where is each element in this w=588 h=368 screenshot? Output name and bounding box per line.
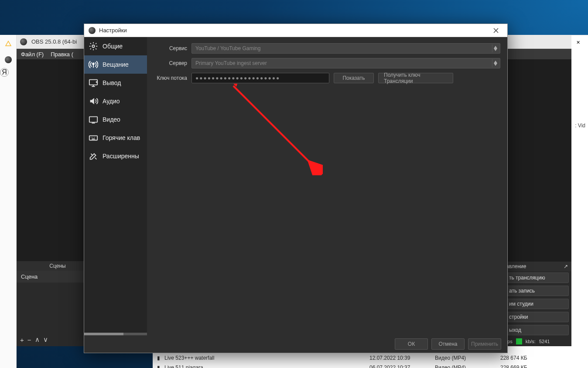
get-stream-key-button[interactable]: Получить ключ Трансляции	[378, 73, 453, 83]
sidebar-item-label: Вещание	[103, 61, 129, 68]
settings-dialog: Настройки Общие Вещание	[84, 24, 508, 353]
server-select[interactable]: Primary YouTube ingest server	[191, 58, 500, 68]
file-icon: ▮	[157, 355, 160, 361]
service-label: Сервис	[154, 45, 187, 51]
sidebar-item-video[interactable]: Видео	[84, 110, 147, 129]
sidebar-item-output[interactable]: Вывод	[84, 74, 147, 92]
video-icon	[89, 115, 98, 124]
menu-edit[interactable]: Правка (	[51, 51, 73, 58]
cancel-button[interactable]: Отмена	[431, 338, 465, 350]
ok-button[interactable]: ОК	[395, 338, 428, 350]
apply-button[interactable]: Применить	[468, 338, 501, 350]
sidebar-item-hotkeys[interactable]: Горячие клав	[84, 129, 147, 147]
controls-panel: авление ↗ ть трансляцию ать запись им ст…	[503, 262, 571, 346]
sidebar-item-label: Аудио	[103, 98, 120, 105]
sidebar-item-label: Общие	[103, 43, 123, 50]
status-bar: fps kb/s: 5241	[503, 337, 571, 346]
kbs-label: kb/s:	[526, 339, 536, 344]
sidebar-item-label: Видео	[103, 116, 120, 123]
sidebar-item-label: Вывод	[103, 79, 121, 86]
remove-scene-button[interactable]: −	[27, 336, 31, 344]
close-button[interactable]	[486, 24, 506, 37]
start-stream-button[interactable]: ть трансляцию	[505, 273, 569, 283]
status-indicator	[516, 338, 522, 344]
file-name: Live 523+++ waterfall	[164, 355, 365, 361]
drive-icon[interactable]	[0, 35, 17, 51]
show-key-button[interactable]: Показать	[334, 73, 374, 83]
file-date: 06.07.2022 10:37	[369, 365, 431, 368]
sidebar-item-label: Горячие клав	[103, 134, 140, 141]
svg-point-2	[92, 63, 94, 65]
taskbar: Я	[0, 35, 17, 368]
add-scene-button[interactable]: +	[20, 336, 24, 344]
stream-key-value: ●●●●●●●●●●●●●●●●●●●●●	[195, 75, 280, 81]
stream-key-input[interactable]: ●●●●●●●●●●●●●●●●●●●●●	[191, 73, 329, 83]
sidebar-item-advanced[interactable]: Расширенны	[84, 147, 147, 165]
file-icon: ▮	[157, 365, 160, 368]
controls-header-label: авление	[506, 263, 526, 269]
service-select[interactable]: YouTube / YouTube Gaming	[191, 43, 500, 54]
file-type: Видео (MP4)	[435, 365, 496, 368]
server-value: Primary YouTube ingest server	[195, 60, 267, 66]
close-icon	[493, 28, 499, 33]
menu-file[interactable]: Файл (F)	[21, 51, 44, 58]
file-name: Live 511 niagara	[164, 365, 365, 368]
settings-content: Сервис YouTube / YouTube Gaming Сервер P…	[147, 37, 507, 335]
svg-rect-4	[89, 117, 97, 123]
svg-rect-5	[89, 136, 97, 140]
sidebar-item-audio[interactable]: Аудио	[84, 92, 147, 110]
studio-mode-button[interactable]: им студии	[505, 299, 569, 309]
exit-button[interactable]: ыход	[505, 325, 569, 335]
keyboard-icon	[89, 133, 98, 143]
sidebar-tag: : Vid	[575, 123, 585, 129]
popout-icon[interactable]: ↗	[564, 263, 568, 269]
chevron-updown-icon	[492, 44, 498, 52]
file-row[interactable]: ▮ Live 523+++ waterfall 12.07.2022 10:39…	[153, 353, 588, 363]
settings-titlebar: Настройки	[84, 24, 507, 37]
move-down-button[interactable]: ∨	[43, 336, 48, 344]
settings-sidebar: Общие Вещание Вывод Аудио	[84, 37, 147, 335]
file-date: 12.07.2022 10:39	[369, 355, 431, 361]
settings-button[interactable]: стройки	[505, 312, 569, 322]
start-record-button[interactable]: ать запись	[505, 286, 569, 296]
svg-point-1	[92, 45, 95, 48]
obs-icon	[20, 38, 27, 45]
chevron-updown-icon	[492, 59, 498, 67]
file-row[interactable]: ▮ Live 511 niagara 06.07.2022 10:37 Виде…	[153, 363, 588, 368]
gear-icon	[89, 41, 98, 51]
monitor-icon	[89, 78, 98, 88]
settings-footer: ОК Отмена Применить	[84, 335, 507, 353]
kbs-value: 5241	[539, 339, 550, 344]
settings-title: Настройки	[99, 27, 127, 34]
file-size: 228 669 КБ	[500, 365, 527, 368]
tools-icon	[89, 151, 98, 161]
file-type: Видео (MP4)	[435, 355, 496, 361]
obs-icon	[89, 27, 96, 34]
sidebar-scrollbar[interactable]	[84, 333, 147, 335]
file-size: 228 674 КБ	[500, 355, 527, 361]
sidebar-item-label: Расширенны	[103, 153, 139, 160]
service-value: YouTube / YouTube Gaming	[195, 45, 260, 51]
obs-icon[interactable]	[0, 51, 17, 68]
yandex-icon[interactable]: Я	[0, 68, 9, 77]
stream-key-label: Ключ потока	[154, 75, 187, 81]
window-title: OBS 25.0.8 (64-bi	[31, 38, 77, 45]
svg-marker-0	[6, 41, 11, 46]
server-label: Сервер	[154, 60, 187, 66]
sidebar-item-general[interactable]: Общие	[84, 37, 147, 55]
move-up-button[interactable]: ∧	[35, 336, 40, 344]
sidebar-item-stream[interactable]: Вещание	[84, 55, 147, 74]
broadcast-icon	[89, 60, 98, 69]
speaker-icon	[89, 96, 98, 106]
